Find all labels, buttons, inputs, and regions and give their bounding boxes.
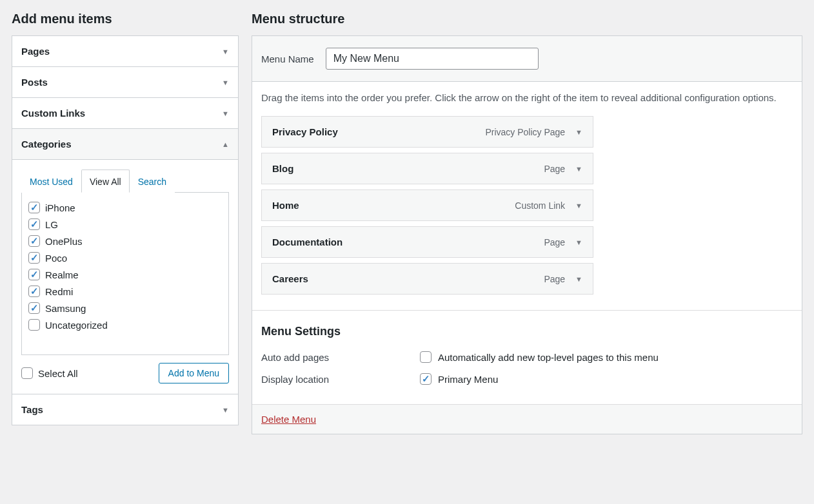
menu-item[interactable]: DocumentationPage▼ <box>261 226 593 258</box>
category-item[interactable]: Realme <box>28 266 222 283</box>
chevron-down-icon[interactable]: ▼ <box>575 275 582 283</box>
category-checkbox[interactable] <box>28 319 40 331</box>
display-location-label: Display location <box>261 374 420 385</box>
category-item[interactable]: OnePlus <box>28 233 222 249</box>
category-label: Samsung <box>45 303 86 314</box>
menu-item-type: Page <box>544 274 565 284</box>
menu-item-type: Privacy Policy Page <box>485 127 565 137</box>
category-tabs: Most Used View All Search <box>21 169 229 193</box>
chevron-down-icon: ▼ <box>222 48 229 55</box>
tab-search[interactable]: Search <box>130 170 175 193</box>
delete-menu-link[interactable]: Delete Menu <box>261 414 316 425</box>
menu-name-input[interactable] <box>326 48 539 70</box>
menu-item-type: Page <box>544 164 565 174</box>
category-label: OnePlus <box>45 236 83 247</box>
add-menu-items-heading: Add menu items <box>12 12 239 26</box>
category-item[interactable]: Uncategorized <box>28 316 222 333</box>
category-item[interactable]: iPhone <box>28 199 222 216</box>
category-label: LG <box>45 219 58 230</box>
chevron-down-icon: ▼ <box>222 110 229 117</box>
accordion-categories[interactable]: Categories ▲ <box>12 128 238 159</box>
accordion-tags-label: Tags <box>21 404 43 415</box>
drag-hint: Drag the items into the order you prefer… <box>261 92 793 103</box>
categories-list[interactable]: iPhoneLGOnePlusPocoRealmeRedmiSamsungUnc… <box>21 193 229 355</box>
category-checkbox[interactable] <box>28 235 40 247</box>
menu-item-type: Page <box>544 237 565 247</box>
chevron-down-icon[interactable]: ▼ <box>575 128 582 136</box>
menu-item-title: Blog <box>272 163 293 174</box>
menu-item-title: Home <box>272 200 299 211</box>
category-checkbox[interactable] <box>28 286 40 297</box>
chevron-down-icon[interactable]: ▼ <box>575 165 582 173</box>
category-item[interactable]: Poco <box>28 249 222 266</box>
chevron-down-icon[interactable]: ▼ <box>575 238 582 246</box>
category-checkbox[interactable] <box>28 252 40 264</box>
category-label: Realme <box>45 269 79 280</box>
category-item[interactable]: Samsung <box>28 300 222 316</box>
accordion-posts-label: Posts <box>21 77 48 88</box>
accordion-pages[interactable]: Pages ▼ <box>12 36 238 66</box>
tab-most-used[interactable]: Most Used <box>21 170 81 193</box>
menu-item[interactable]: Privacy PolicyPrivacy Policy Page▼ <box>261 116 593 148</box>
display-location-description: Primary Menu <box>438 374 498 385</box>
menu-items-list: Privacy PolicyPrivacy Policy Page▼BlogPa… <box>261 116 793 295</box>
menu-name-label: Menu Name <box>261 53 314 64</box>
category-checkbox[interactable] <box>28 302 40 314</box>
auto-add-description: Automatically add new top-level pages to… <box>438 352 659 363</box>
chevron-up-icon: ▲ <box>222 141 229 148</box>
display-location-checkbox[interactable] <box>420 373 432 385</box>
category-label: Poco <box>45 253 67 264</box>
menu-structure-heading: Menu structure <box>252 12 802 26</box>
category-label: Redmi <box>45 286 73 297</box>
menu-item-title: Documentation <box>272 237 342 247</box>
menu-item-title: Careers <box>272 273 308 284</box>
menu-item-type: Custom Link <box>515 200 565 211</box>
accordion-tags[interactable]: Tags ▼ <box>12 394 238 425</box>
menu-item-title: Privacy Policy <box>272 126 338 137</box>
accordion-pages-label: Pages <box>21 46 50 57</box>
category-item[interactable]: LG <box>28 216 222 233</box>
auto-add-checkbox[interactable] <box>420 351 432 363</box>
accordion-group: Pages ▼ Posts ▼ Custom Links ▼ Categorie… <box>12 35 239 425</box>
accordion-categories-label: Categories <box>21 139 72 150</box>
category-label: Uncategorized <box>45 320 108 331</box>
select-all-label: Select All <box>38 368 78 379</box>
chevron-down-icon: ▼ <box>222 79 229 86</box>
tab-view-all[interactable]: View All <box>81 170 130 193</box>
accordion-categories-body: Most Used View All Search iPhoneLGOnePlu… <box>12 159 238 394</box>
select-all-checkbox[interactable] <box>21 367 33 379</box>
accordion-custom-links[interactable]: Custom Links ▼ <box>12 97 238 128</box>
accordion-posts[interactable]: Posts ▼ <box>12 66 238 97</box>
menu-settings-heading: Menu Settings <box>261 325 793 338</box>
category-checkbox[interactable] <box>28 269 40 280</box>
chevron-down-icon: ▼ <box>222 406 229 414</box>
category-checkbox[interactable] <box>28 202 40 213</box>
menu-item[interactable]: BlogPage▼ <box>261 153 593 184</box>
select-all-row[interactable]: Select All <box>21 365 78 382</box>
category-item[interactable]: Redmi <box>28 283 222 300</box>
add-to-menu-button[interactable]: Add to Menu <box>159 363 229 383</box>
menu-item[interactable]: CareersPage▼ <box>261 263 593 295</box>
category-label: iPhone <box>45 202 75 213</box>
menu-item[interactable]: HomeCustom Link▼ <box>261 189 593 221</box>
category-checkbox[interactable] <box>28 218 40 230</box>
accordion-custom-links-label: Custom Links <box>21 108 85 119</box>
chevron-down-icon[interactable]: ▼ <box>575 202 582 209</box>
auto-add-label: Auto add pages <box>261 352 420 363</box>
